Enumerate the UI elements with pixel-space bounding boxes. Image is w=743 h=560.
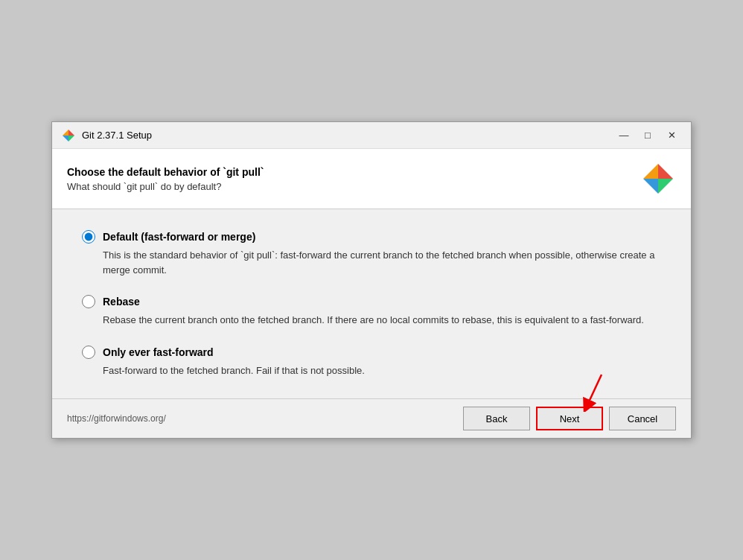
radio-default[interactable] [82, 230, 95, 244]
content-section: Default (fast-forward or merge) This is … [52, 209, 691, 398]
svg-marker-7 [658, 179, 673, 194]
option-default: Default (fast-forward or merge) This is … [82, 230, 661, 277]
setup-window: Git 2.37.1 Setup — □ ✕ Choose the defaul… [51, 121, 692, 439]
option-group: Default (fast-forward or merge) This is … [82, 230, 661, 378]
svg-marker-6 [658, 164, 673, 179]
radio-rebase[interactable] [82, 295, 95, 308]
svg-marker-2 [68, 136, 74, 141]
title-bar: Git 2.37.1 Setup — □ ✕ [52, 122, 691, 149]
option-rebase-label[interactable]: Rebase [103, 296, 140, 308]
svg-marker-3 [63, 136, 68, 141]
option-default-label[interactable]: Default (fast-forward or merge) [103, 231, 255, 243]
option-fastforward-label[interactable]: Only ever fast-forward [103, 346, 214, 358]
maximize-button[interactable]: □ [637, 127, 658, 144]
option-rebase: Rebase Rebase the current branch onto th… [82, 295, 661, 328]
app-icon [61, 128, 76, 143]
close-button[interactable]: ✕ [661, 127, 682, 144]
header-title: Choose the default behavior of `git pull… [67, 166, 640, 178]
next-button-container: Next [536, 407, 603, 430]
next-button[interactable]: Next [536, 407, 603, 430]
option-fastforward-row: Only ever fast-forward [82, 346, 661, 359]
header-text: Choose the default behavior of `git pull… [67, 166, 640, 192]
radio-fastforward[interactable] [82, 346, 95, 359]
git-logo [640, 161, 676, 197]
option-rebase-row: Rebase [82, 295, 661, 308]
minimize-button[interactable]: — [613, 127, 634, 144]
window-controls: — □ ✕ [613, 127, 682, 144]
window-title: Git 2.37.1 Setup [82, 130, 613, 141]
option-fastforward: Only ever fast-forward Fast-forward to t… [82, 346, 661, 378]
footer-bar: https://gitforwindows.org/ Back Next Can… [52, 398, 691, 438]
option-default-row: Default (fast-forward or merge) [82, 230, 661, 244]
svg-marker-4 [63, 130, 68, 136]
option-rebase-description: Rebase the current branch onto the fetch… [103, 313, 661, 328]
footer-buttons: Back Next Cancel [463, 407, 676, 430]
svg-marker-1 [68, 130, 74, 136]
svg-marker-9 [643, 164, 658, 179]
cancel-button[interactable]: Cancel [609, 407, 676, 430]
header-section: Choose the default behavior of `git pull… [52, 149, 691, 209]
back-button[interactable]: Back [463, 407, 530, 430]
footer-link: https://gitforwindows.org/ [67, 413, 166, 424]
svg-marker-8 [643, 179, 658, 194]
option-default-description: This is the standard behavior of `git pu… [103, 248, 661, 277]
option-fastforward-description: Fast-forward to the fetched branch. Fail… [103, 363, 661, 378]
header-subtitle: What should `git pull` do by default? [67, 181, 640, 192]
